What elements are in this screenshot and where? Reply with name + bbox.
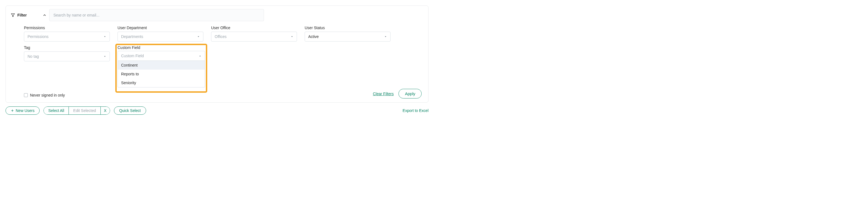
tag-placeholder: No tag <box>28 54 39 59</box>
status-value: Active <box>308 34 319 39</box>
never-signed-in-row[interactable]: Never signed in only <box>11 93 423 97</box>
apply-button[interactable]: Apply <box>399 89 422 99</box>
filter-office: User Office Offices <box>211 26 297 41</box>
filter-tag: Tag No tag <box>24 45 110 61</box>
never-signed-in-label: Never signed in only <box>30 93 65 97</box>
custom-field-label: Custom Field <box>118 45 205 51</box>
permissions-placeholder: Permissions <box>28 34 49 39</box>
office-select[interactable]: Offices <box>211 32 297 41</box>
custom-field-option-continent[interactable]: Continent <box>118 61 205 70</box>
svg-marker-0 <box>11 14 14 17</box>
filter-status: User Status Active <box>305 26 391 41</box>
filter-permissions: Permissions Permissions <box>24 26 110 41</box>
caret-down-icon <box>103 55 106 58</box>
svg-marker-2 <box>198 36 199 37</box>
custom-field-select[interactable]: Custom Field <box>118 51 205 61</box>
caret-down-icon <box>384 35 387 38</box>
svg-marker-4 <box>385 36 386 37</box>
filters-row-2: Tag No tag Custom Field Custom Field <box>11 45 423 88</box>
clear-filters-link[interactable]: Clear Filters <box>373 92 394 96</box>
bottom-action-bar: New Users Select All Edit Selected X Qui… <box>5 106 429 115</box>
tag-label: Tag <box>24 45 110 50</box>
svg-marker-5 <box>104 56 106 57</box>
custom-field-dropdown: Continent Reports to Seniority <box>118 61 205 88</box>
filter-toggle[interactable]: Filter <box>11 11 46 19</box>
search-input[interactable] <box>49 9 264 21</box>
department-label: User Department <box>118 26 204 30</box>
filter-toggle-label: Filter <box>17 13 27 17</box>
new-users-label: New Users <box>16 108 34 113</box>
filter-icon <box>11 13 15 17</box>
svg-marker-6 <box>199 56 201 57</box>
new-users-button[interactable]: New Users <box>5 106 40 115</box>
svg-marker-1 <box>104 36 106 37</box>
clear-selection-button[interactable]: X <box>100 107 110 114</box>
chevron-up-icon <box>43 13 46 17</box>
permissions-select[interactable]: Permissions <box>24 32 110 41</box>
filters-row-1: Permissions Permissions User Department … <box>11 26 423 41</box>
custom-field-option-reports-to[interactable]: Reports to <box>118 70 205 78</box>
filter-panel: Filter Permissions Permissions <box>5 5 429 103</box>
caret-down-icon <box>197 35 200 38</box>
export-to-excel-link[interactable]: Export to Excel <box>403 108 429 113</box>
filter-custom-field: Custom Field Custom Field Continent Repo… <box>118 45 205 88</box>
svg-marker-3 <box>291 36 293 37</box>
office-label: User Office <box>211 26 297 30</box>
permissions-label: Permissions <box>24 26 110 30</box>
filter-actions: Clear Filters Apply <box>373 89 422 99</box>
department-select[interactable]: Departments <box>118 32 204 41</box>
filter-department: User Department Departments <box>118 26 204 41</box>
quick-select-button[interactable]: Quick Select <box>114 106 146 115</box>
caret-down-icon <box>103 35 106 38</box>
office-placeholder: Offices <box>215 34 226 39</box>
select-all-button[interactable]: Select All <box>44 107 68 114</box>
plus-icon <box>11 109 14 112</box>
caret-up-icon <box>199 55 202 57</box>
select-edit-group: Select All Edit Selected X <box>43 106 110 115</box>
filter-top-row: Filter <box>11 9 423 21</box>
tag-select[interactable]: No tag <box>24 52 110 61</box>
checkbox-icon[interactable] <box>24 93 28 97</box>
edit-selected-button: Edit Selected <box>68 107 100 114</box>
status-select[interactable]: Active <box>305 32 391 41</box>
status-label: User Status <box>305 26 391 30</box>
custom-field-option-seniority[interactable]: Seniority <box>118 78 205 87</box>
caret-down-icon <box>290 35 293 38</box>
department-placeholder: Departments <box>121 34 143 39</box>
custom-field-placeholder: Custom Field <box>121 54 144 58</box>
